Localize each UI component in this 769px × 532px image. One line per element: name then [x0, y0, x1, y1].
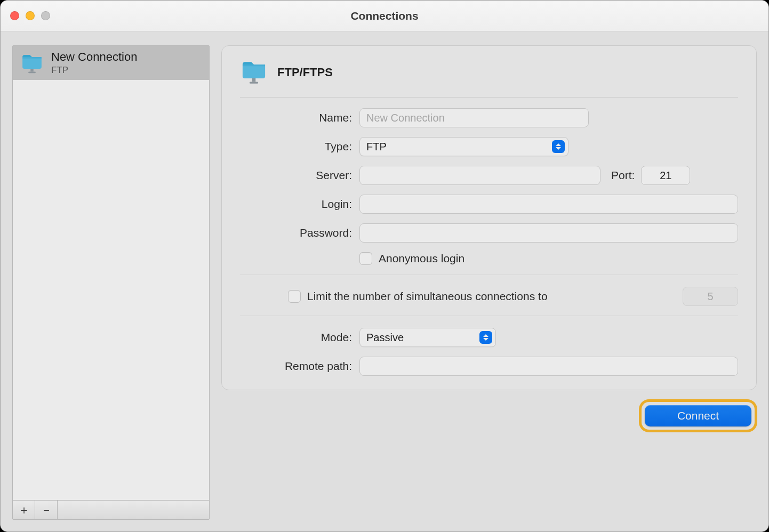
remove-connection-button[interactable]: － — [35, 501, 58, 519]
remote-path-label: Remote path: — [240, 360, 359, 373]
server-input[interactable] — [359, 166, 600, 185]
svg-rect-4 — [243, 65, 265, 78]
mode-label: Mode: — [240, 331, 359, 344]
limit-connections-label: Limit the number of simultaneous connect… — [307, 290, 683, 303]
panel-title: FTP/FTPS — [277, 66, 333, 79]
window-title: Connections — [350, 10, 418, 22]
sidebar-toolbar: ＋ － — [13, 500, 209, 519]
svg-rect-5 — [243, 65, 265, 66]
svg-rect-2 — [30, 69, 34, 72]
name-input[interactable] — [359, 108, 589, 127]
password-label: Password: — [240, 227, 359, 239]
network-folder-icon — [240, 58, 268, 87]
password-input[interactable] — [359, 223, 738, 243]
port-input[interactable] — [641, 166, 690, 185]
svg-rect-6 — [252, 78, 256, 82]
connection-panel: FTP/FTPS Name: Type: FTP — [221, 45, 757, 390]
connection-list-item[interactable]: New Connection FTP — [13, 46, 209, 80]
svg-rect-0 — [22, 57, 42, 69]
remote-path-input[interactable] — [359, 357, 738, 376]
window-zoom-button[interactable] — [41, 11, 50, 20]
add-connection-button[interactable]: ＋ — [13, 501, 35, 519]
window-controls — [10, 11, 50, 20]
divider — [240, 316, 738, 316]
panel-footer: Connect — [221, 402, 757, 430]
svg-rect-1 — [22, 57, 42, 59]
sidebar-toolbar-spacer — [58, 501, 209, 519]
svg-rect-3 — [28, 72, 36, 74]
divider — [240, 275, 738, 275]
connection-form: Name: Type: FTP Server: — [240, 98, 738, 376]
connect-button[interactable]: Connect — [645, 405, 751, 426]
connections-sidebar: New Connection FTP ＋ － — [12, 45, 210, 520]
limit-connections-checkbox[interactable] — [288, 290, 301, 303]
anonymous-login-label: Anonymous login — [379, 252, 464, 265]
type-select[interactable]: FTP — [359, 137, 568, 156]
type-select-value: FTP — [366, 141, 387, 153]
connections-window: Connections New Conn — [0, 0, 769, 532]
list-item-text: New Connection FTP — [51, 50, 137, 76]
connections-list: New Connection FTP — [13, 46, 209, 500]
anonymous-login-checkbox[interactable] — [359, 252, 372, 265]
chevron-updown-icon — [479, 331, 492, 344]
type-label: Type: — [240, 140, 359, 153]
window-close-button[interactable] — [10, 11, 19, 20]
port-label: Port: — [611, 169, 641, 182]
titlebar: Connections — [1, 1, 768, 31]
mode-select[interactable]: Passive — [359, 328, 496, 347]
network-folder-icon — [20, 51, 44, 75]
connect-highlight: Connect — [642, 402, 755, 430]
window-body: New Connection FTP ＋ － — [1, 31, 768, 531]
window-minimize-button[interactable] — [26, 11, 35, 20]
login-input[interactable] — [359, 195, 738, 214]
login-label: Login: — [240, 198, 359, 211]
mode-select-value: Passive — [366, 332, 404, 344]
limit-connections-value — [683, 287, 738, 306]
name-label: Name: — [240, 111, 359, 124]
server-label: Server: — [240, 169, 359, 182]
list-item-title: New Connection — [51, 50, 137, 64]
list-item-subtitle: FTP — [51, 65, 137, 76]
svg-rect-7 — [250, 82, 258, 84]
details-column: FTP/FTPS Name: Type: FTP — [221, 45, 757, 520]
chevron-updown-icon — [552, 140, 565, 153]
panel-header: FTP/FTPS — [240, 58, 738, 98]
